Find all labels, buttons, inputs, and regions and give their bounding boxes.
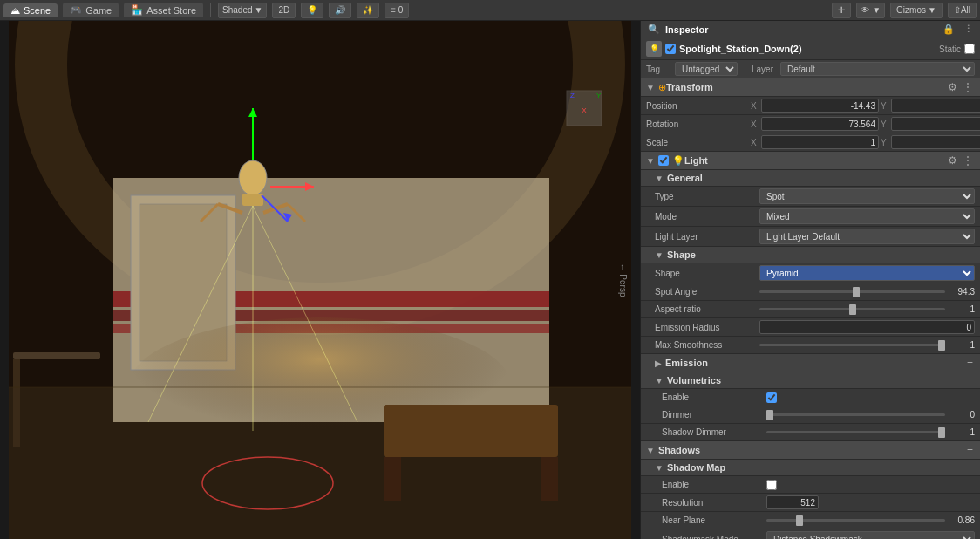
tab-game[interactable]: 🎮 Game [63, 3, 119, 17]
transform-arrow: ▼ [646, 83, 655, 92]
dimmer-slider[interactable] [766, 413, 945, 416]
dimmer-label: Dimmer [662, 410, 766, 420]
shadow-enable-row: Enable [641, 476, 980, 494]
shadowmap-subsection[interactable]: ▼ Shadow Map [641, 460, 980, 476]
shape-arrow: ▼ [655, 250, 664, 260]
light-more-btn[interactable]: ⋮ [961, 154, 975, 167]
viewport[interactable]: X Y Z ← Persp [0, 21, 640, 539]
obj-icon: 💡 [646, 41, 662, 57]
max-smoothness-value: 1 [759, 340, 975, 350]
shape-select[interactable]: Pyramid [759, 265, 975, 281]
transform-settings-btn[interactable]: ⚙ [946, 81, 959, 93]
shape-title: Shape [667, 249, 975, 260]
shadowmask-select[interactable]: Distance Shadowmask [766, 531, 975, 539]
position-coords: X Y Z [751, 99, 980, 113]
light-arrow: ▼ [646, 156, 655, 166]
emission-radius-input[interactable] [759, 320, 975, 334]
emission-subsection[interactable]: ▶ Emission + [641, 354, 980, 372]
vol-enable-row: Enable [641, 389, 980, 406]
all-dropdown[interactable]: ⇧All [948, 3, 977, 18]
scale-y-input[interactable] [891, 135, 980, 149]
scale-x-input[interactable] [761, 135, 879, 149]
transform-actions: ⚙ ⋮ [946, 81, 975, 93]
scale-row: Scale X Y Z [641, 133, 980, 152]
rot-x-input[interactable] [761, 117, 879, 131]
pos-x-input[interactable] [761, 99, 879, 113]
shadow-enable-checkbox[interactable] [766, 480, 777, 490]
dimmer-row: Dimmer 0 [641, 406, 980, 424]
static-checkbox[interactable] [964, 44, 975, 54]
inspector-title: Inspector [665, 24, 709, 35]
2d-button[interactable]: 2D [272, 3, 296, 18]
mode-select[interactable]: Mixed [759, 208, 975, 224]
vol-enable-value [766, 392, 975, 403]
shaded-label: Shaded [222, 5, 252, 15]
emission-radius-value [759, 320, 975, 334]
inspector-panel: 🔍 Inspector 🔒 ⋮ 💡 Spotlight_Station_Down… [640, 21, 980, 539]
rot-y-input[interactable] [891, 117, 980, 131]
shadows-section-header[interactable]: ▼ Shadows + [641, 441, 980, 460]
svg-text:X: X [582, 106, 587, 114]
lock-icon[interactable]: 🔒 [943, 24, 955, 35]
near-plane-label: Near Plane [662, 515, 766, 525]
shadow-res-value [766, 495, 975, 509]
dimmer-value: 0 [766, 410, 975, 420]
shadows-add-btn[interactable]: + [965, 444, 975, 456]
volumetrics-subsection[interactable]: ▼ Volumetrics [641, 372, 980, 389]
general-subsection[interactable]: ▼ General [641, 170, 980, 187]
audio-button[interactable]: 🔊 [329, 3, 351, 18]
pos-y-input[interactable] [891, 99, 980, 113]
lighting-button[interactable]: 💡 [301, 3, 323, 18]
position-label: Position [646, 101, 751, 111]
view-dropdown[interactable]: 👁 ▼ [856, 3, 885, 18]
shadowmask-value: Distance Shadowmask [766, 531, 975, 539]
tab-scene[interactable]: ⛰ Scene [3, 3, 58, 17]
menu-icon[interactable]: ⋮ [963, 24, 973, 35]
spot-angle-label: Spot Angle [655, 287, 759, 297]
transform-more-btn[interactable]: ⋮ [961, 81, 975, 93]
effects-button[interactable]: ✨ [357, 3, 379, 18]
shadow-res-input[interactable] [766, 495, 819, 509]
light-enabled-checkbox[interactable] [658, 155, 669, 166]
gizmos-dropdown[interactable]: Gizmos ▼ [890, 3, 943, 18]
shadow-dimmer-display: 1 [949, 427, 975, 437]
emission-add-btn[interactable]: + [965, 357, 975, 369]
shadow-dimmer-row: Shadow Dimmer 1 [641, 424, 980, 441]
light-layer-select[interactable]: Light Layer Default [759, 229, 975, 244]
tag-select[interactable]: Untagged [675, 62, 738, 76]
shadow-dimmer-slider[interactable] [766, 431, 945, 433]
rotation-row: Rotation X Y Z [641, 115, 980, 133]
shaded-dropdown[interactable]: Shaded ▼ [218, 3, 267, 18]
light-title: Light [684, 155, 946, 166]
mode-label: Mode [655, 212, 759, 222]
max-smoothness-slider[interactable] [759, 344, 945, 346]
near-plane-slider-container: 0.86 [766, 515, 975, 525]
tab-asset-store[interactable]: 🏪 Asset Store [124, 3, 203, 17]
layer-label: Layer [752, 65, 773, 74]
spot-angle-slider[interactable] [759, 290, 945, 293]
transform-section-header[interactable]: ▼ ⊕ Transform ⚙ ⋮ [641, 78, 980, 97]
shape-subsection[interactable]: ▼ Shape [641, 247, 980, 263]
scene-icon: ⛰ [10, 5, 20, 16]
type-select[interactable]: Spot [759, 188, 975, 204]
aspect-ratio-slider[interactable] [759, 308, 945, 310]
near-plane-slider[interactable] [766, 519, 945, 522]
transform-button[interactable]: ✛ [832, 3, 851, 18]
light-settings-btn[interactable]: ⚙ [946, 154, 959, 167]
transform-icon: ⊕ [658, 82, 666, 93]
shape-value: Pyramid [759, 265, 975, 281]
shadow-dimmer-slider-container: 1 [766, 427, 975, 437]
transform-title: Transform [666, 82, 946, 92]
store-icon: 🏪 [131, 4, 143, 16]
layers-button[interactable]: ≡ 0 [385, 3, 409, 18]
inspector-tab: 🔍 Inspector 🔒 ⋮ [641, 21, 980, 38]
light-layer-value: Light Layer Default [759, 229, 975, 244]
vol-enable-checkbox[interactable] [766, 392, 777, 403]
light-section-header[interactable]: ▼ 💡 Light ⚙ ⋮ [641, 152, 980, 170]
volumetrics-arrow: ▼ [655, 376, 664, 385]
object-active-checkbox[interactable] [665, 44, 676, 54]
svg-text:Z: Z [570, 92, 575, 99]
emission-title: Emission [665, 358, 965, 368]
layer-select[interactable]: Default [780, 62, 975, 76]
position-row: Position X Y Z [641, 97, 980, 115]
